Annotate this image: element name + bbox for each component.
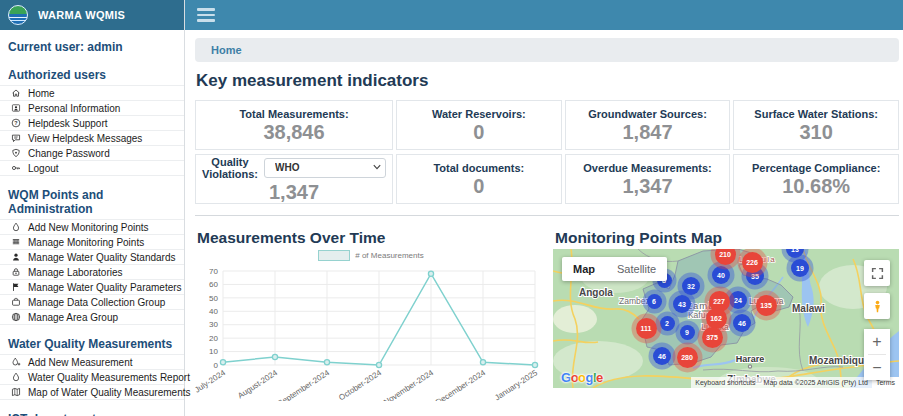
cluster-marker-46[interactable]: 46 bbox=[733, 314, 751, 332]
cluster-marker-19[interactable]: 19 bbox=[791, 259, 809, 277]
map-type-map-button[interactable]: Map bbox=[562, 257, 606, 281]
chart-legend[interactable]: # of Measurements bbox=[195, 250, 547, 261]
cluster-marker-6[interactable]: 6 bbox=[647, 294, 662, 309]
sidebar-item-manage-water-quality-standards[interactable]: Manage Water Quality Standards bbox=[0, 250, 184, 265]
home-icon bbox=[11, 88, 21, 98]
map-type-control: Map Satellite bbox=[562, 257, 667, 281]
question-icon bbox=[11, 118, 21, 128]
grid-icon bbox=[11, 237, 21, 247]
sidebar-item-change-password[interactable]: Change Password bbox=[0, 146, 184, 161]
sidebar-item-add-new-measurement[interactable]: Add New Measurement bbox=[0, 355, 184, 370]
svg-text:November-2024: November-2024 bbox=[382, 368, 435, 401]
svg-text:August-2024: August-2024 bbox=[236, 368, 279, 401]
app-title: WARMA WQMIS bbox=[38, 9, 125, 21]
chat-icon bbox=[11, 133, 21, 143]
google-map[interactable]: AngolaZambeziZambiaKafueLusakaLuangwaLua… bbox=[553, 249, 899, 388]
sidebar-item-label: Change Password bbox=[28, 148, 110, 159]
box-icon bbox=[11, 297, 21, 307]
sidebar-header: WARMA WQMIS bbox=[0, 0, 184, 30]
cluster-marker-32[interactable]: 32 bbox=[682, 277, 700, 295]
main-area: Home Key measurement indicators Total Me… bbox=[185, 0, 903, 416]
sidebar-item-helpdesk-support[interactable]: Helpdesk Support bbox=[0, 116, 184, 131]
legend-swatch-icon bbox=[318, 250, 350, 261]
pegman-icon bbox=[871, 300, 884, 313]
sidebar-item-label: View Helpdesk Messages bbox=[28, 133, 142, 144]
sidebar-item-manage-area-group[interactable]: Manage Area Group bbox=[0, 310, 184, 325]
cluster-marker-40[interactable]: 40 bbox=[712, 266, 730, 284]
cluster-marker-135[interactable]: 135 bbox=[756, 295, 777, 316]
cluster-marker-162[interactable]: 162 bbox=[706, 308, 727, 329]
quality-violations-standard-select[interactable]: WHO bbox=[264, 158, 386, 178]
cluster-marker-226[interactable]: 226 bbox=[742, 252, 763, 273]
kpi-card-total-measurements: Total Measurements:38,846 bbox=[195, 100, 393, 150]
kpi-label: Quality Violations: bbox=[202, 156, 258, 180]
kpi-card-percentage-compliance: Percentage Compliance:10.68% bbox=[733, 154, 899, 204]
sidebar-item-label: Map of Water Quality Measurements bbox=[28, 387, 190, 398]
breadcrumb-home-link[interactable]: Home bbox=[211, 44, 242, 56]
legend-label: # of Measurements bbox=[355, 251, 423, 260]
sidebar-item-view-helpdesk-messages[interactable]: View Helpdesk Messages bbox=[0, 131, 184, 146]
cluster-marker-375[interactable]: 375 bbox=[702, 327, 723, 348]
cluster-marker-9[interactable]: 9 bbox=[680, 325, 695, 340]
svg-text:10: 10 bbox=[209, 347, 218, 356]
cluster-marker-210[interactable]: 210 bbox=[715, 249, 736, 265]
pegman-button[interactable] bbox=[864, 293, 890, 319]
current-user-label: Current user: bbox=[8, 40, 84, 54]
zoom-in-button[interactable]: + bbox=[864, 329, 890, 354]
kpi-value: 38,846 bbox=[263, 121, 324, 143]
chart-panel: Measurements Over Time # of Measurements… bbox=[195, 219, 547, 405]
cluster-marker-24[interactable]: 24 bbox=[729, 291, 747, 309]
shield-icon bbox=[11, 148, 21, 158]
divider bbox=[195, 215, 899, 216]
kpi-card-water-reservoirs: Water Reservoirs:0 bbox=[396, 100, 562, 150]
sidebar-item-map-of-water-quality-measurements[interactable]: Map of Water Quality Measurements bbox=[0, 385, 184, 400]
keyboard-shortcuts-link[interactable]: Keyboard shortcuts bbox=[691, 377, 759, 388]
cluster-marker-43[interactable]: 43 bbox=[673, 295, 691, 313]
sidebar-item-label: Manage Monitoring Points bbox=[28, 237, 144, 248]
svg-text:July-2024: July-2024 bbox=[195, 368, 228, 395]
menu-toggle-button[interactable] bbox=[195, 6, 217, 24]
svg-text:September-2024: September-2024 bbox=[276, 368, 331, 401]
map-panel: Monitoring Points Map bbox=[553, 219, 899, 405]
sidebar-item-label: Add New Measurement bbox=[28, 357, 133, 368]
sidebar: WARMA WQMIS Current user: admin Authoriz… bbox=[0, 0, 185, 416]
sidebar-item-manage-monitoring-points[interactable]: Manage Monitoring Points bbox=[0, 235, 184, 250]
cluster-marker-280[interactable]: 280 bbox=[677, 347, 698, 368]
zoom-out-button[interactable]: − bbox=[864, 355, 890, 380]
svg-text:30: 30 bbox=[209, 320, 218, 329]
kpi-label: Water Reservoirs: bbox=[432, 108, 526, 120]
kpi-card-surface-water-stations: Surface Water Stations:310 bbox=[733, 100, 899, 150]
kpi-value: 1,347 bbox=[622, 175, 672, 197]
kpi-label: Total documents: bbox=[433, 162, 524, 174]
sidebar-item-manage-data-collection-group[interactable]: Manage Data Collection Group bbox=[0, 295, 184, 310]
breadcrumb: Home bbox=[195, 38, 899, 62]
sidebar-item-personal-information[interactable]: Personal Information bbox=[0, 101, 184, 116]
sidebar-item-logout[interactable]: Logout bbox=[0, 161, 184, 176]
sidebar-item-label: Home bbox=[28, 88, 55, 99]
app-window: WARMA WQMIS Current user: admin Authoriz… bbox=[0, 0, 903, 416]
sidebar-item-manage-laboratories[interactable]: Manage Laboratories bbox=[0, 265, 184, 280]
cluster-marker-111[interactable]: 111 bbox=[636, 318, 657, 339]
sidebar-item-home[interactable]: Home bbox=[0, 86, 184, 101]
sidebar-item-label: Water Quality Measurements Report bbox=[28, 372, 190, 383]
cluster-marker-46[interactable]: 46 bbox=[653, 347, 671, 365]
sidebar-item-water-quality-measurements-report[interactable]: Water Quality Measurements Report bbox=[0, 370, 184, 385]
map-type-satellite-button[interactable]: Satellite bbox=[606, 257, 667, 281]
kpi-card-total-documents: Total documents:0 bbox=[396, 154, 562, 204]
sidebar-item-manage-water-quality-parameters[interactable]: Manage Water Quality Parameters bbox=[0, 280, 184, 295]
google-logo[interactable]: Google bbox=[561, 370, 603, 385]
map-label-harare: Harare bbox=[736, 354, 765, 364]
drop-plus-icon bbox=[11, 357, 21, 367]
kpi-value: 0 bbox=[473, 121, 484, 143]
sidebar-item-label: Manage Water Quality Parameters bbox=[28, 282, 182, 293]
kpi-value: 1,847 bbox=[622, 121, 672, 143]
fullscreen-icon bbox=[871, 267, 884, 280]
fullscreen-button[interactable] bbox=[864, 260, 890, 286]
measurements-line-chart[interactable]: 010203040506070July-2024August-2024Septe… bbox=[195, 261, 545, 401]
sidebar-item-label: Manage Area Group bbox=[28, 312, 118, 323]
id-card-icon bbox=[11, 103, 21, 113]
sidebar-item-label: Add New Monitoring Points bbox=[28, 222, 149, 233]
warma-logo-icon bbox=[8, 5, 28, 25]
cluster-marker-2[interactable]: 2 bbox=[660, 316, 675, 331]
sidebar-item-add-new-monitoring-points[interactable]: Add New Monitoring Points bbox=[0, 220, 184, 235]
